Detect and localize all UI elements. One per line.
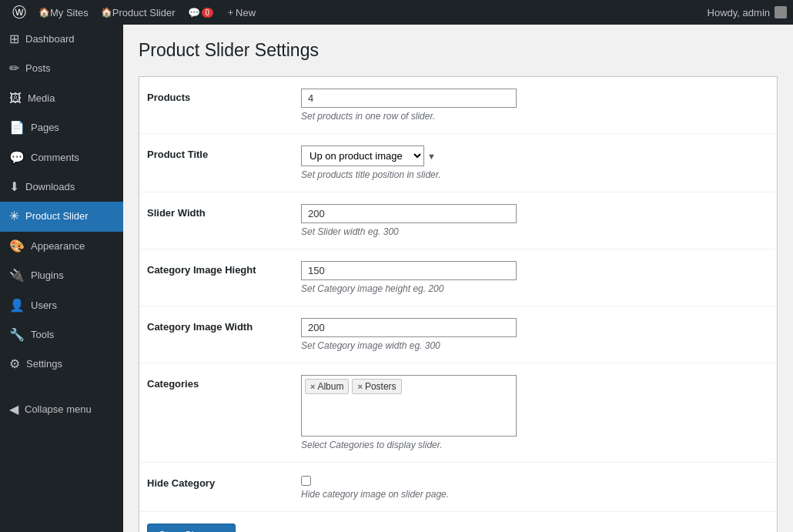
sidebar-item-plugins[interactable]: 🔌 Plugins — [0, 261, 123, 290]
dashboard-icon: ⊞ — [9, 31, 19, 48]
sidebar-item-label: Settings — [26, 357, 62, 371]
plugin-bar-label: Product Slider — [112, 7, 176, 18]
product-title-row: Product Title Up on product image Below … — [139, 134, 777, 192]
slider-width-row: Slider Width Set Slider width eg. 300 — [139, 192, 777, 249]
settings-form: Products Set products in one row of slid… — [139, 76, 778, 532]
category-image-width-hint: Set Category image width eg. 300 — [301, 340, 769, 351]
settings-icon: ⚙ — [9, 356, 20, 373]
sidebar-item-settings[interactable]: ⚙ Settings — [0, 350, 123, 379]
sidebar-item-label: Product Slider — [25, 209, 89, 223]
comments-icon: 💬 — [9, 149, 25, 166]
save-changes-button[interactable]: Save Changes — [147, 524, 236, 532]
wp-logo[interactable]: ⓦ — [6, 0, 32, 25]
hide-category-label: Hide Category — [147, 474, 301, 489]
products-label: Products — [147, 89, 301, 103]
hide-category-checkbox[interactable] — [301, 476, 311, 486]
sidebar: ⊞ Dashboard ✏ Posts 🖼 Media 📄 Pages 💬 Co… — [0, 25, 123, 532]
appearance-icon: 🎨 — [9, 238, 25, 255]
media-icon: 🖼 — [9, 90, 22, 107]
slider-width-label: Slider Width — [147, 204, 301, 219]
comment-bubble-icon: 💬 — [188, 7, 200, 18]
category-image-height-label: Category Image Hieght — [147, 261, 301, 276]
wp-icon: ⓦ — [12, 3, 26, 22]
hide-category-hint: Hide category image on slider page. — [301, 489, 769, 500]
categories-field: × Album × Posters Select Categories to d… — [301, 375, 769, 450]
howdy-label: Howdy, admin — [708, 7, 770, 18]
products-input[interactable] — [301, 89, 517, 108]
sidebar-item-media[interactable]: 🖼 Media — [0, 84, 123, 113]
remove-album-icon[interactable]: × — [310, 382, 315, 391]
products-row: Products Set products in one row of slid… — [139, 77, 777, 134]
sidebar-item-tools[interactable]: 🔧 Tools — [0, 320, 123, 350]
products-field: Set products in one row of slider. — [301, 89, 769, 122]
categories-box[interactable]: × Album × Posters — [301, 375, 517, 437]
remove-posters-icon[interactable]: × — [357, 382, 362, 391]
sidebar-item-label: Appearance — [31, 239, 85, 253]
my-sites-label: My Sites — [50, 7, 89, 18]
pages-icon: 📄 — [9, 119, 25, 136]
sidebar-item-pages[interactable]: 📄 Pages — [0, 113, 123, 142]
sidebar-item-label: Comments — [31, 151, 79, 165]
sidebar-item-label: Pages — [31, 121, 59, 135]
category-image-width-label: Category Image Width — [147, 318, 301, 333]
product-title-label: Product Title — [147, 146, 301, 160]
avatar — [775, 6, 787, 18]
category-image-width-input[interactable] — [301, 318, 517, 337]
categories-label: Categories — [147, 375, 301, 390]
category-tag-label: Album — [317, 381, 343, 392]
product-title-select[interactable]: Up on product image Below product image — [301, 146, 424, 166]
sidebar-item-label: Posts — [25, 62, 51, 75]
dropdown-arrow-icon: ▼ — [427, 152, 436, 161]
slider-width-field: Set Slider width eg. 300 — [301, 204, 769, 237]
category-image-height-hint: Set Category image height eg. 200 — [301, 283, 769, 294]
submit-area: Save Changes — [139, 512, 777, 532]
page-title: Product Slider Settings — [139, 40, 778, 61]
sidebar-item-label: Downloads — [25, 180, 75, 194]
sidebar-item-posts[interactable]: ✏ Posts — [0, 54, 123, 83]
main-content: Product Slider Settings Products Set pro… — [123, 25, 793, 532]
sidebar-item-label: Tools — [31, 328, 54, 342]
sidebar-item-dashboard[interactable]: ⊞ Dashboard — [0, 25, 123, 54]
plugin-name-bar[interactable]: 🏠 Product Slider — [95, 0, 182, 25]
sidebar-item-users[interactable]: 👤 Users — [0, 291, 123, 320]
sidebar-item-label: Media — [28, 92, 55, 105]
category-tag-label: Posters — [365, 381, 396, 392]
comment-count: 0 — [202, 8, 214, 18]
users-icon: 👤 — [9, 297, 25, 314]
category-image-width-row: Category Image Width Set Category image … — [139, 306, 777, 363]
categories-hint: Select Categories to display slider. — [301, 440, 769, 450]
plus-icon: ＋ — [226, 5, 236, 19]
plugins-icon: 🔌 — [9, 267, 25, 284]
plugin-home-icon: 🏠 — [101, 7, 112, 18]
downloads-icon: ⬇ — [9, 179, 19, 196]
sidebar-item-collapse[interactable]: ◀ Collapse menu — [0, 395, 123, 424]
slider-width-hint: Set Slider width eg. 300 — [301, 226, 769, 237]
categories-row: Categories × Album × Posters — [139, 363, 777, 463]
sidebar-item-product-slider[interactable]: ✳ Product Slider — [0, 202, 123, 231]
new-content-bar[interactable]: ＋ New — [219, 0, 262, 25]
tools-icon: 🔧 — [9, 326, 25, 343]
category-tag-posters[interactable]: × Posters — [352, 379, 401, 394]
category-image-height-input[interactable] — [301, 261, 517, 280]
sidebar-item-appearance[interactable]: 🎨 Appearance — [0, 232, 123, 261]
category-image-width-field: Set Category image width eg. 300 — [301, 318, 769, 351]
sidebar-item-comments[interactable]: 💬 Comments — [0, 143, 123, 172]
sidebar-item-downloads[interactable]: ⬇ Downloads — [0, 172, 123, 202]
slider-width-input[interactable] — [301, 204, 517, 223]
new-label: New — [236, 7, 256, 18]
posts-icon: ✏ — [9, 60, 19, 77]
category-image-height-field: Set Category image height eg. 200 — [301, 261, 769, 294]
product-slider-icon: ✳ — [9, 208, 19, 225]
hide-category-row: Hide Category Hide category image on sli… — [139, 463, 777, 512]
hide-category-field: Hide category image on slider page. — [301, 474, 769, 500]
sidebar-item-label: Dashboard — [25, 32, 75, 46]
sidebar-item-label: Plugins — [31, 269, 64, 283]
user-menu[interactable]: Howdy, admin — [708, 6, 787, 18]
my-sites-icon: 🏠 — [38, 7, 50, 18]
category-tag-album[interactable]: × Album — [305, 379, 349, 394]
product-title-hint: Set products title position in slider. — [301, 169, 769, 180]
products-hint: Set products in one row of slider. — [301, 111, 769, 122]
product-title-field: Up on product image Below product image … — [301, 146, 769, 180]
comments-bar[interactable]: 💬 0 — [182, 0, 220, 25]
my-sites-menu[interactable]: 🏠 My Sites — [32, 0, 95, 25]
